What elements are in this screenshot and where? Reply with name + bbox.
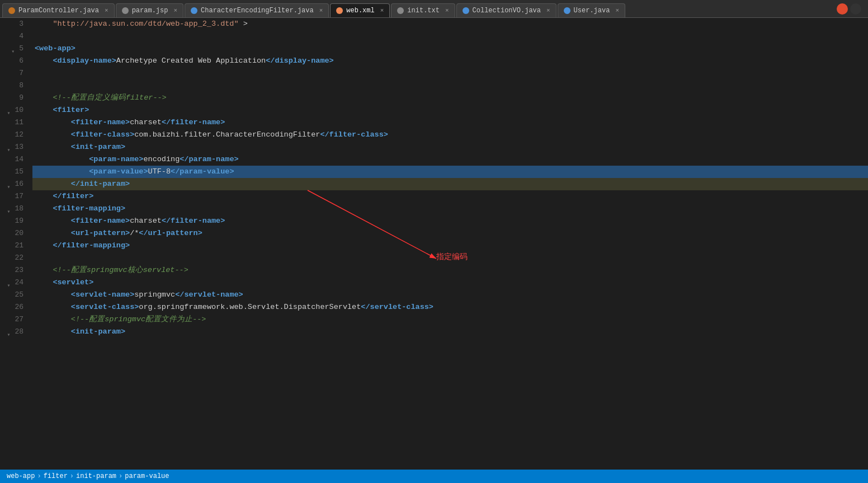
tab-label: User.java bbox=[574, 7, 610, 15]
param-value-open: <param-value> bbox=[89, 167, 148, 176]
servlet-open: <servlet> bbox=[53, 278, 93, 287]
line-23: 23 bbox=[0, 264, 23, 276]
tab-close-char-filter[interactable]: × bbox=[319, 7, 323, 14]
param-name-text: encoding bbox=[143, 155, 180, 163]
code-line-24: <servlet> bbox=[32, 276, 868, 289]
tab-web-xml[interactable]: web.xml × bbox=[330, 3, 390, 18]
java-icon bbox=[8, 7, 15, 14]
code-line-25: <servlet-name>springmvc</servlet-name> bbox=[32, 289, 868, 301]
line-8: 8 bbox=[0, 79, 23, 92]
tab-param-jsp[interactable]: param.jsp × bbox=[116, 3, 183, 18]
code-line-12: <filter-class>com.baizhi.filter.Characte… bbox=[32, 129, 868, 141]
code-line-8 bbox=[32, 79, 868, 92]
tab-char-filter[interactable]: CharacterEncodingFilter.java × bbox=[185, 3, 329, 18]
filter-icon bbox=[191, 7, 197, 14]
code-line-21: </filter-mapping> bbox=[32, 240, 868, 252]
tab-label: web.xml bbox=[346, 7, 374, 15]
code-line-17: </filter> bbox=[32, 190, 868, 203]
breadcrumb-filter: filter bbox=[44, 472, 68, 480]
fold-28[interactable]: ▾ bbox=[6, 329, 11, 335]
fold-12 bbox=[6, 132, 11, 138]
line-14: 14 bbox=[0, 153, 23, 166]
fold-17 bbox=[6, 194, 11, 199]
fold-3 bbox=[10, 21, 16, 27]
line-18: ▾18 bbox=[0, 203, 23, 215]
fold-7 bbox=[10, 71, 16, 76]
line-5: ▾5 bbox=[0, 43, 23, 55]
code-line-19: <filter-name>charset</filter-name> bbox=[32, 215, 868, 227]
xml-icon bbox=[336, 7, 343, 14]
fold-26 bbox=[6, 304, 11, 310]
tab-collection-vo[interactable]: CollectionVO.java × bbox=[456, 3, 556, 18]
browser-icon-dark bbox=[850, 3, 861, 15]
tab-user-java[interactable]: User.java × bbox=[558, 3, 625, 18]
url-pattern-open: <url-pattern> bbox=[71, 229, 130, 237]
line-22: 22 bbox=[0, 252, 23, 264]
servlet-name-close: </servlet-name> bbox=[175, 290, 243, 299]
vo-icon bbox=[463, 7, 469, 14]
dtd-url: "http://java.sun.com/dtd/web-app_2_3.dtd… bbox=[53, 20, 238, 28]
breadcrumb-sep-1: › bbox=[37, 472, 41, 480]
servlet-class-open: <servlet-class> bbox=[71, 303, 139, 311]
param-name-open: <param-name> bbox=[89, 155, 143, 163]
tab-close-collection-vo[interactable]: × bbox=[546, 7, 550, 14]
line-numbers: 3 4 ▾5 6 7 8 9 ▾10 11 12 ▾13 14 15 ▾16 1… bbox=[0, 18, 28, 470]
servlet-class-text: org.springframework.web.Servlet.Dispatch… bbox=[139, 303, 361, 311]
line-10: ▾10 bbox=[0, 104, 23, 116]
code-line-13: <init-param> bbox=[32, 141, 868, 153]
tab-close-web-xml[interactable]: × bbox=[380, 7, 384, 14]
editor: 3 4 ▾5 6 7 8 9 ▾10 11 12 ▾13 14 15 ▾16 1… bbox=[0, 18, 868, 470]
code-line-3: "http://java.sun.com/dtd/web-app_2_3.dtd… bbox=[32, 18, 868, 30]
fold-24[interactable]: ▾ bbox=[6, 280, 11, 285]
filter-name2-text: charset bbox=[130, 217, 162, 225]
fold-5[interactable]: ▾ bbox=[10, 46, 16, 51]
url-pattern-close: </url-pattern> bbox=[139, 229, 202, 237]
fold-11 bbox=[6, 120, 11, 125]
tab-close-user-java[interactable]: × bbox=[615, 7, 619, 14]
breadcrumb: web-app › filter › init-param › param-va… bbox=[7, 472, 169, 480]
status-bar: web-app › filter › init-param › param-va… bbox=[0, 470, 868, 483]
code-line-15: <param-value>UTF-8</param-value> bbox=[32, 166, 868, 178]
line-21: 21 bbox=[0, 240, 23, 252]
filter-name-text: charset bbox=[130, 118, 162, 126]
filter-close: </filter> bbox=[53, 192, 93, 200]
fold-13[interactable]: ▾ bbox=[6, 144, 11, 150]
line-27: 27 bbox=[0, 313, 23, 326]
line-19: 19 bbox=[0, 215, 23, 227]
filter-class-close: </filter-class> bbox=[320, 130, 388, 139]
tab-init-txt[interactable]: init.txt × bbox=[391, 3, 455, 18]
line-6: 6 bbox=[0, 55, 23, 67]
filter-name2-open: <filter-name> bbox=[71, 217, 130, 225]
filter-name2-close: </filter-name> bbox=[162, 217, 225, 225]
fold-10[interactable]: ▾ bbox=[6, 107, 11, 113]
line-16: ▾16 bbox=[0, 178, 23, 190]
fold-4 bbox=[10, 34, 16, 39]
param-name-close: </param-name> bbox=[180, 155, 238, 163]
fold-18[interactable]: ▾ bbox=[6, 206, 11, 212]
line-7: 7 bbox=[0, 67, 23, 79]
init-param-open: <init-param> bbox=[71, 143, 125, 151]
filter-class-text: com.baizhi.filter.CharacterEncodingFilte… bbox=[134, 130, 320, 139]
txt-icon bbox=[397, 7, 404, 14]
tab-param-controller[interactable]: ParamController.java × bbox=[2, 3, 115, 18]
code-line-20: <url-pattern>/*</url-pattern> bbox=[32, 227, 868, 240]
line-17: 17 bbox=[0, 190, 23, 203]
browser-icon-chrome bbox=[837, 3, 848, 15]
fold-16[interactable]: ▾ bbox=[6, 181, 11, 187]
line-15: 15 bbox=[0, 166, 23, 178]
code-content[interactable]: "http://java.sun.com/dtd/web-app_2_3.dtd… bbox=[28, 18, 868, 470]
line-24: ▾24 bbox=[0, 276, 23, 289]
code-line-27: <!--配置springmvc配置文件为止--> bbox=[32, 313, 868, 326]
fold-25 bbox=[6, 292, 11, 298]
tab-close-param-jsp[interactable]: × bbox=[173, 7, 177, 14]
fold-9 bbox=[10, 95, 16, 101]
jsp-icon bbox=[122, 7, 129, 14]
tab-close-init-txt[interactable]: × bbox=[445, 7, 449, 14]
line-4: 4 bbox=[0, 30, 23, 43]
tab-close-param-controller[interactable]: × bbox=[105, 7, 108, 14]
filter-name-open: <filter-name> bbox=[71, 118, 130, 126]
display-name-close: </display-name> bbox=[266, 57, 334, 65]
fold-6 bbox=[10, 58, 16, 64]
tab-label: CollectionVO.java bbox=[473, 7, 541, 15]
breadcrumb-init-param: init-param bbox=[76, 472, 116, 480]
